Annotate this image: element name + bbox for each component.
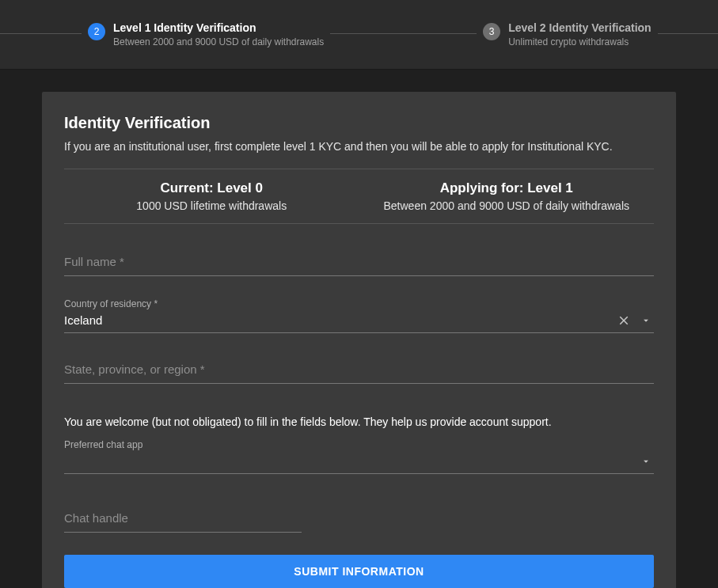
country-value: Iceland	[64, 313, 610, 327]
step-subtitle: Unlimited crypto withdrawals	[508, 36, 652, 47]
chat-app-field[interactable]: Preferred chat app	[64, 439, 654, 474]
level-summary-row: Current: Level 0 1000 USD lifetime withd…	[64, 169, 654, 224]
step-level-1[interactable]: 2 Level 1 Identity Verification Between …	[82, 21, 330, 47]
dropdown-icon[interactable]	[638, 313, 654, 328]
step-level-2[interactable]: 3 Level 2 Identity Verification Unlimite…	[477, 21, 658, 47]
applying-level-column: Applying for: Level 1 Between 2000 and 9…	[359, 180, 655, 212]
current-level-column: Current: Level 0 1000 USD lifetime withd…	[64, 180, 359, 212]
state-field[interactable]: State, province, or region *	[64, 360, 654, 384]
current-level-heading: Current: Level 0	[64, 180, 359, 196]
full-name-placeholder: Full name *	[64, 255, 654, 268]
full-name-field[interactable]: Full name *	[64, 252, 654, 276]
step-number-badge: 3	[483, 23, 500, 40]
step-title: Level 1 Identity Verification	[113, 21, 324, 35]
page-title: Identity Verification	[64, 114, 654, 132]
step-subtitle: Between 2000 and 9000 USD of daily withd…	[113, 36, 324, 47]
chat-handle-placeholder: Chat handle	[64, 511, 302, 525]
optional-fields-note: You are welcome (but not obligated) to f…	[64, 415, 654, 428]
institutional-note: If you are an institutional user, first …	[64, 140, 654, 153]
state-placeholder: State, province, or region *	[64, 362, 654, 376]
current-level-sub: 1000 USD lifetime withdrawals	[64, 199, 359, 212]
step-number-badge: 2	[88, 23, 105, 40]
kyc-form: Full name * Country of residency * Icela…	[64, 252, 654, 588]
verification-card: Identity Verification If you are an inst…	[42, 92, 676, 588]
chat-handle-field[interactable]: Chat handle	[64, 509, 302, 533]
country-field[interactable]: Country of residency * Iceland	[64, 298, 654, 333]
step-title: Level 2 Identity Verification	[508, 21, 652, 35]
applying-level-heading: Applying for: Level 1	[359, 180, 655, 196]
submit-button[interactable]: SUBMIT INFORMATION	[64, 555, 654, 588]
applying-level-sub: Between 2000 and 9000 USD of daily withd…	[359, 199, 655, 212]
chat-app-label: Preferred chat app	[64, 439, 654, 450]
country-label: Country of residency *	[64, 298, 654, 309]
dropdown-icon[interactable]	[638, 453, 654, 469]
stepper-bar: 2 Level 1 Identity Verification Between …	[0, 0, 718, 70]
clear-icon[interactable]	[616, 313, 632, 328]
